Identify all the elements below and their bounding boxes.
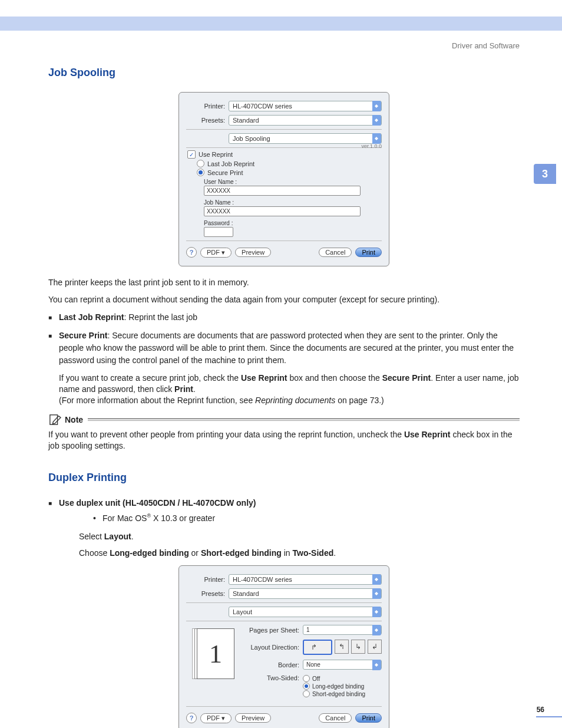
- printer-label: Printer:: [186, 576, 225, 583]
- footer-stripe: [536, 716, 562, 717]
- username-label: User Name :: [204, 179, 382, 185]
- pdf-button[interactable]: PDF ▾: [200, 248, 232, 258]
- print-button[interactable]: Print: [355, 713, 382, 723]
- radio-icon: [303, 675, 310, 682]
- two-sided-label: Two-Sided:: [244, 674, 299, 681]
- list-item: Use duplex unit (HL-4050CDN / HL-4070CDW…: [48, 497, 520, 559]
- list-item: For Mac OS® X 10.3 or greater: [93, 512, 520, 525]
- chevron-updown-icon: [372, 133, 381, 144]
- chevron-updown-icon: [372, 588, 381, 599]
- divider: [186, 706, 382, 707]
- section-title-duplex: Duplex Printing: [48, 472, 520, 484]
- body-text: Select Layout.: [79, 530, 520, 543]
- layout-dialog: Printer: HL-4070CDW series Presets: Stan…: [178, 565, 389, 728]
- divider: [186, 129, 382, 130]
- radio-icon: [197, 169, 204, 176]
- printer-select[interactable]: HL-4070CDW series: [229, 574, 382, 585]
- presets-select[interactable]: Standard: [229, 588, 382, 599]
- job-spooling-dialog: Printer: HL-4070CDW series Presets: Stan…: [178, 92, 389, 266]
- use-reprint-checkbox[interactable]: ✓Use Reprint: [187, 150, 382, 159]
- last-job-reprint-radio[interactable]: Last Job Reprint: [197, 160, 382, 167]
- cancel-button[interactable]: Cancel: [319, 713, 352, 723]
- jobname-field[interactable]: XXXXXX: [204, 206, 361, 216]
- pdf-button[interactable]: PDF ▾: [200, 713, 232, 723]
- pane-select[interactable]: Job Spooling: [229, 133, 382, 144]
- secure-print-radio[interactable]: Secure Print: [197, 169, 382, 176]
- password-label: Password :: [204, 220, 382, 226]
- chevron-updown-icon: [372, 607, 381, 617]
- chapter-tab: 3: [534, 164, 556, 184]
- note-label: Note: [65, 415, 83, 424]
- page-number: 56: [537, 706, 544, 714]
- note-rule: [88, 419, 520, 421]
- jobname-label: Job Name :: [204, 199, 382, 206]
- border-select[interactable]: None: [303, 660, 382, 670]
- divider: [186, 621, 382, 621]
- page-thumbnail: 1: [197, 628, 234, 679]
- chevron-updown-icon: [372, 625, 381, 635]
- layout-direction-1[interactable]: ↱: [303, 640, 332, 655]
- chevron-updown-icon: [372, 574, 381, 585]
- pages-per-sheet-label: Pages per Sheet:: [244, 627, 299, 634]
- pane-select[interactable]: Layout: [229, 607, 382, 617]
- pages-per-sheet-select[interactable]: 1: [303, 625, 382, 635]
- body-text: Choose Long-edged binding or Short-edged…: [79, 546, 520, 559]
- version-text: ver.1.0.0: [186, 143, 382, 149]
- radio-icon: [197, 160, 204, 167]
- printer-label: Printer:: [186, 103, 225, 110]
- help-icon[interactable]: ?: [186, 713, 197, 723]
- checkmark-icon: ✓: [187, 150, 196, 159]
- svg-rect-0: [50, 415, 58, 424]
- help-icon[interactable]: ?: [186, 247, 197, 258]
- border-label: Border:: [244, 661, 299, 668]
- list-item: Secure Print: Secure documents are docum…: [48, 330, 520, 406]
- two-sided-long-radio[interactable]: Long-edged binding: [303, 683, 365, 690]
- presets-select[interactable]: Standard: [229, 115, 382, 126]
- body-text: You can reprint a document without sendi…: [48, 294, 520, 305]
- printer-select[interactable]: HL-4070CDW series: [229, 101, 382, 111]
- breadcrumb: Driver and Software: [48, 41, 520, 50]
- chevron-updown-icon: [372, 115, 381, 126]
- two-sided-short-radio[interactable]: Short-edged binding: [303, 690, 365, 697]
- top-accent-bar: [0, 17, 562, 31]
- list-item: Last Job Reprint: Reprint the last job: [48, 311, 520, 324]
- radio-icon: [303, 683, 310, 690]
- body-text: If you want to create a secure print job…: [59, 373, 520, 406]
- username-field[interactable]: XXXXXX: [204, 186, 361, 196]
- two-sided-off-radio[interactable]: Off: [303, 675, 365, 682]
- print-button[interactable]: Print: [355, 248, 382, 257]
- note-text: If you want to prevent other people from…: [48, 429, 520, 452]
- preview-button[interactable]: Preview: [235, 713, 271, 723]
- section-title-job-spooling: Job Spooling: [48, 67, 520, 79]
- layout-direction-4[interactable]: ↲: [368, 640, 382, 654]
- presets-label: Presets:: [186, 117, 225, 124]
- password-field[interactable]: [204, 227, 233, 237]
- cancel-button[interactable]: Cancel: [319, 248, 352, 257]
- layout-direction-2[interactable]: ↰: [335, 640, 349, 654]
- chevron-updown-icon: [372, 660, 381, 670]
- note-icon: [48, 414, 61, 426]
- preview-button[interactable]: Preview: [235, 248, 271, 257]
- divider: [186, 602, 382, 603]
- chevron-updown-icon: [372, 101, 381, 111]
- radio-icon: [303, 690, 310, 697]
- layout-direction-label: Layout Direction:: [244, 644, 299, 651]
- presets-label: Presets:: [186, 590, 225, 597]
- body-text: The printer keeps the last print job sen…: [48, 277, 520, 288]
- layout-direction-3[interactable]: ↳: [351, 640, 365, 654]
- divider: [186, 241, 382, 241]
